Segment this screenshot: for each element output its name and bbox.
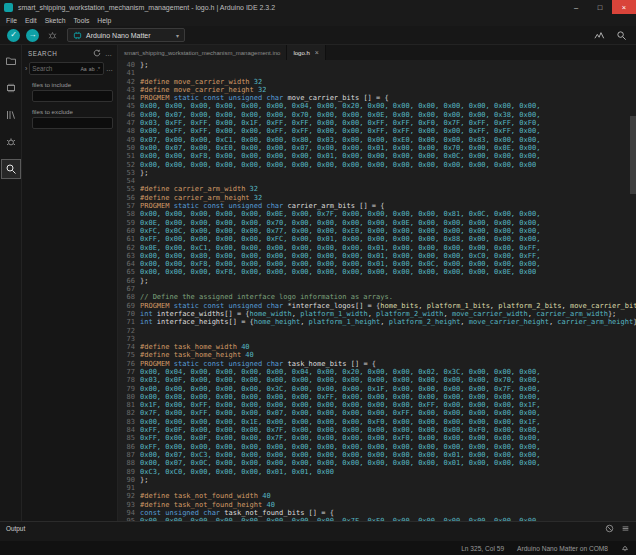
menu-sketch[interactable]: Sketch — [41, 17, 70, 24]
code-line-text[interactable]: 0x00, 0x00, 0x00, 0x00, 0x00, 0x3C, 0x00… — [140, 385, 540, 393]
clear-output-icon[interactable] — [605, 524, 614, 533]
code-line-text[interactable]: const unsigned char task_not_found_bits … — [140, 509, 334, 517]
code-line-text[interactable]: }; — [140, 476, 148, 484]
notifications-bell-icon[interactable] — [621, 544, 629, 552]
code-line-text[interactable]: PROGMEM static const unsigned char carri… — [140, 202, 384, 210]
code-line-text[interactable]: 0x00, 0x07, 0x00, 0x00, 0x00, 0x00, 0x70… — [140, 111, 540, 119]
sidebar-item-library-manager[interactable] — [2, 106, 20, 124]
menu-tools[interactable]: Tools — [69, 17, 93, 24]
line-number: 58 — [118, 210, 140, 218]
code-line-text[interactable]: 0xFF, 0x00, 0x0F, 0x00, 0x00, 0x7F, 0x00… — [140, 434, 540, 442]
code-line-text[interactable]: 0x0E, 0x00, 0x00, 0x00, 0x00, 0x70, 0x00… — [140, 219, 540, 227]
search-input[interactable]: Search Aa ab .* — [29, 62, 104, 75]
code-line-text[interactable]: #define move_carrier_height 32 — [140, 86, 266, 94]
regex-icon[interactable]: .* — [96, 66, 101, 72]
code-line-text[interactable]: 0xFF, 0x00, 0x00, 0x00, 0x00, 0x00, 0x00… — [140, 443, 540, 451]
code-editor[interactable]: 40};4142#define move_carrier_width 3243#… — [118, 60, 636, 521]
code-line-text[interactable]: 0xFF, 0x0F, 0x00, 0x00, 0x00, 0x7F, 0x00… — [140, 426, 540, 434]
board-port-status[interactable]: Arduino Nano Matter on COM8 — [517, 545, 608, 552]
code-line-text[interactable]: 0x00, 0x00, 0x00, 0x00, 0x00, 0x00, 0x00… — [140, 517, 540, 521]
tab-close-icon[interactable]: × — [315, 49, 319, 56]
code-line-text[interactable]: 0x00, 0x00, 0x00, 0xF8, 0x00, 0x00, 0x00… — [140, 268, 536, 276]
toggle-search-details-icon[interactable]: … — [106, 65, 113, 72]
code-line-text[interactable]: 0x00, 0x07, 0xC3, 0x00, 0x00, 0x00, 0x00… — [140, 451, 540, 459]
code-line-text[interactable]: 0x7F, 0x00, 0xFF, 0x00, 0x00, 0x07, 0x00… — [140, 409, 540, 417]
code-line-text[interactable]: 0x03, 0x0F, 0x00, 0x00, 0x00, 0x00, 0x00… — [140, 376, 540, 384]
tab-logo.h[interactable]: logo.h× — [287, 45, 325, 60]
code-line-text[interactable]: PROGMEM static const unsigned char move_… — [140, 94, 389, 102]
menu-help[interactable]: Help — [93, 17, 115, 24]
files-to-include-input[interactable] — [32, 90, 113, 102]
code-line-text[interactable]: 0x00, 0x00, 0x00, 0x00, 0x00, 0x0E, 0x00… — [140, 210, 540, 218]
debug-button[interactable] — [47, 30, 58, 41]
code-line-text[interactable]: int interface_heights[] = {home_height, … — [140, 318, 636, 326]
code-line-text[interactable]: #define task_not_found_width 40 — [140, 492, 271, 500]
editor-scrollbar[interactable] — [630, 60, 636, 521]
code-line-text[interactable]: 0x03, 0xFF, 0xFF, 0x00, 0x1F, 0xFF, 0xFF… — [140, 119, 540, 127]
code-line-text[interactable]: 0x0E, 0x00, 0xC1, 0x00, 0x00, 0x00, 0x00… — [140, 244, 540, 252]
code-line-text[interactable]: 0xFC, 0x0C, 0x00, 0x00, 0x00, 0x77, 0x00… — [140, 227, 540, 235]
folder-icon — [5, 55, 17, 67]
line-number: 48 — [118, 127, 140, 135]
line-number: 94 — [118, 509, 140, 517]
code-line-text[interactable]: 0xFF, 0x00, 0x00, 0x00, 0x00, 0xFC, 0x00… — [140, 235, 540, 243]
sidebar-item-debug[interactable] — [2, 133, 20, 151]
line-number: 74 — [118, 343, 140, 351]
close-button[interactable]: × — [612, 0, 636, 14]
code-line-text[interactable]: 0xC3, 0xC0, 0x00, 0x00, 0x00, 0x01, 0x01… — [140, 468, 334, 476]
code-line-text[interactable]: #define task_home_height 40 — [140, 351, 254, 359]
code-line-text[interactable]: }; — [140, 277, 148, 285]
code-line-text[interactable]: 0x00, 0x00, 0x80, 0x00, 0x00, 0x00, 0x00… — [140, 252, 540, 260]
sidebar-item-boards-manager[interactable] — [2, 79, 20, 97]
files-to-exclude-input[interactable] — [32, 117, 113, 129]
code-line-text[interactable]: 0x00, 0x00, 0x00, 0x00, 0x1E, 0x00, 0x00… — [140, 418, 540, 426]
serial-monitor-icon[interactable] — [616, 30, 627, 41]
scrollbar-thumb[interactable] — [630, 116, 636, 194]
code-line-text[interactable]: }; — [140, 61, 148, 69]
code-line-text[interactable]: PROGMEM static const unsigned char task_… — [140, 360, 376, 368]
code-line-text[interactable]: int interface_widths[] = {home_width, pl… — [140, 310, 616, 318]
code-line-text[interactable]: 0x00, 0x00, 0x00, 0x00, 0x00, 0x00, 0x04… — [140, 102, 540, 110]
refresh-icon[interactable] — [93, 49, 101, 57]
upload-button[interactable]: → — [26, 29, 39, 42]
serial-plotter-icon[interactable] — [594, 30, 605, 41]
expand-replace-icon[interactable]: › — [25, 65, 27, 72]
match-case-icon[interactable]: Aa — [79, 66, 87, 72]
verify-button[interactable]: ✓ — [7, 29, 20, 42]
code-line-text[interactable]: 0x00, 0xFF, 0xFF, 0x00, 0x00, 0xFF, 0xFF… — [140, 127, 540, 135]
code-line-text[interactable]: #define move_carrier_width 32 — [140, 78, 262, 86]
minimize-button[interactable]: – — [564, 0, 588, 14]
code-line-text[interactable]: 0x00, 0x08, 0x00, 0x00, 0x00, 0x00, 0x00… — [140, 393, 540, 401]
code-line-text[interactable]: 0x00, 0x00, 0x00, 0x00, 0x00, 0x00, 0x00… — [140, 161, 536, 169]
code-line: 90}; — [118, 476, 636, 484]
cursor-position[interactable]: Ln 325, Col 59 — [461, 545, 504, 552]
code-line-text[interactable]: 0x00, 0x07, 0x0C, 0x00, 0x00, 0x00, 0x00… — [140, 459, 540, 467]
board-selector-dropdown[interactable]: Arduino Nano Matter ▾ — [67, 28, 185, 42]
code-line-text[interactable]: #define carrier_arm_width 32 — [140, 185, 258, 193]
code-line-text[interactable]: 0x07, 0x00, 0x00, 0xC1, 0x00, 0x00, 0x80… — [140, 136, 540, 144]
code-line-text[interactable]: 0x1F, 0x00, 0xFF, 0x00, 0x00, 0x00, 0x00… — [140, 401, 540, 409]
line-number: 93 — [118, 501, 140, 509]
sidebar-item-search[interactable] — [2, 160, 20, 178]
whole-word-icon[interactable]: ab — [88, 66, 96, 72]
scroll-lock-icon[interactable] — [621, 524, 630, 533]
more-actions-icon[interactable]: … — [105, 50, 112, 57]
menu-edit[interactable]: Edit — [21, 17, 41, 24]
code-line-text[interactable]: PROGMEM static const unsigned char *inte… — [140, 302, 636, 310]
code-line-text[interactable]: #define carrier_arm_height 32 — [140, 194, 262, 202]
window-controls: – □ × — [564, 0, 636, 14]
maximize-button[interactable]: □ — [588, 0, 612, 14]
tab-smart_shipping_workstation_mechanism_management.ino[interactable]: smart_shipping_workstation_mechanism_man… — [118, 45, 287, 60]
menu-file[interactable]: File — [2, 17, 21, 24]
code-line-text[interactable]: // Define the assigned interface logo in… — [140, 293, 393, 301]
sidebar-item-sketchbook[interactable] — [2, 52, 20, 70]
code-line-text[interactable]: 0x00, 0x04, 0x00, 0x00, 0x00, 0x00, 0x04… — [140, 368, 540, 376]
code-line-text[interactable]: #define task_home_width 40 — [140, 343, 250, 351]
code-line-text[interactable]: 0x00, 0x00, 0xF8, 0x00, 0x00, 0x00, 0x00… — [140, 260, 540, 268]
code-line-text[interactable]: 0x00, 0x00, 0xF8, 0x00, 0x00, 0x00, 0x00… — [140, 152, 540, 160]
code-line-text[interactable]: 0x00, 0x07, 0x00, 0xE0, 0x00, 0x00, 0x07… — [140, 144, 540, 152]
code-line: 860xFF, 0x00, 0x00, 0x00, 0x00, 0x00, 0x… — [118, 443, 636, 451]
code-line-text[interactable]: }; — [140, 169, 148, 177]
line-number: 50 — [118, 144, 140, 152]
code-line-text[interactable]: #define task_not_found_height 40 — [140, 501, 275, 509]
